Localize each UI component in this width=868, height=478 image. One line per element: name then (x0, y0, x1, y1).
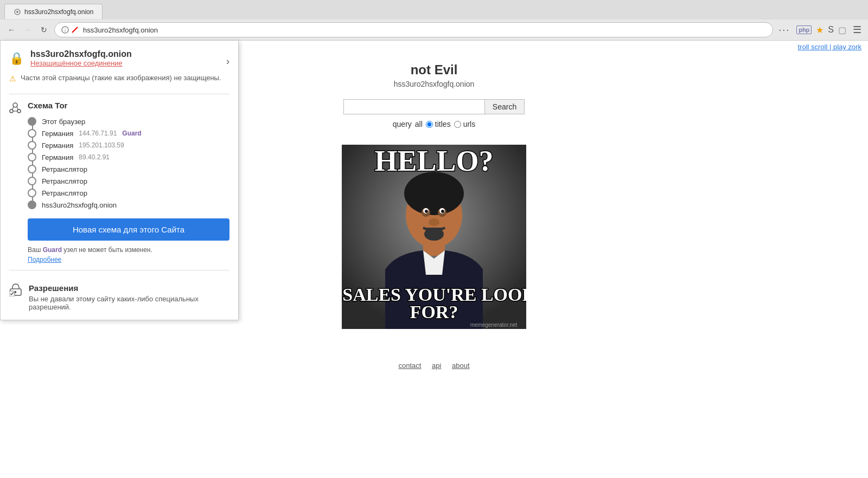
chain-dot (28, 177, 36, 185)
svg-text:HELLO?: HELLO? (374, 145, 493, 177)
back-button[interactable]: ← (4, 23, 18, 37)
svg-point-5 (13, 103, 17, 107)
node-label: Германия (42, 153, 73, 162)
permissions-content: Разрешения Вы не давали этому сайту каки… (29, 283, 229, 311)
svg-text:i: i (65, 28, 66, 33)
site-title: not Evil (411, 62, 458, 77)
svg-point-20 (404, 172, 464, 215)
chain-dot (28, 201, 36, 209)
urls-option[interactable]: urls (454, 120, 476, 128)
node-label: Этот браузер (42, 118, 85, 126)
more-info-link[interactable]: Подробнее (28, 256, 229, 263)
all-label: all (415, 120, 423, 128)
tor-node-5: Ретранслятор (28, 175, 229, 187)
permissions-title: Разрешения (29, 283, 229, 293)
svg-text:memegenerator.net: memegenerator.net (470, 322, 518, 328)
browser-chrome: hss3uro2hsxfogfq.onion ← → ↻ i hss3uro2h… (0, 0, 868, 41)
chain-dot (28, 189, 36, 197)
address-bar-row: ← → ↻ i hss3uro2hsxfogfq.onion ··· php ★… (0, 20, 868, 40)
tor-node-3: Германия 89.40.2.91 (28, 151, 229, 163)
address-bar[interactable]: i hss3uro2hsxfogfq.onion (54, 22, 773, 37)
tab-favicon (14, 8, 21, 16)
profile-icon[interactable]: ▢ (838, 25, 846, 35)
tor-title: Схема Tor (28, 101, 229, 110)
titles-radio[interactable] (426, 121, 433, 128)
search-form: Search (343, 99, 525, 114)
node-label: Германия (42, 141, 73, 150)
tor-node-6: Ретранслятор (28, 187, 229, 199)
tab-title: hss3uro2hsxfogfq.onion (24, 8, 93, 16)
tor-content: Схема Tor Этот браузер Германия 144.76.7… (28, 101, 229, 263)
new-circuit-button[interactable]: Новая схема для этого Сайта (28, 218, 229, 241)
warning-text: Части этой страницы (такие как изображен… (21, 74, 221, 82)
popup-arrow[interactable]: › (226, 56, 229, 67)
search-options: query all titles urls (393, 120, 475, 128)
top-right-links: troll scroll | play zork (791, 41, 868, 53)
svg-point-27 (429, 218, 439, 226)
site-header: 🔒 hss3uro2hsxfogfq.onion Незащищённое со… (9, 49, 229, 67)
chain-dot (28, 141, 36, 150)
api-link[interactable]: api (432, 361, 441, 370)
popup-panel: 🔒 hss3uro2hsxfogfq.onion Незащищённое со… (0, 41, 239, 320)
chain-dot (28, 129, 36, 138)
node-ip: 89.40.2.91 (79, 153, 110, 161)
tor-node-0: Этот браузер (28, 115, 229, 127)
svg-line-9 (17, 107, 18, 110)
menu-button[interactable]: ☰ (851, 23, 864, 37)
titles-option[interactable]: titles (426, 120, 451, 128)
tor-node-2: Германия 195.201.103.59 (28, 139, 229, 151)
divider-1 (9, 94, 229, 94)
sync-icon[interactable]: S (828, 25, 834, 35)
node-label: Германия (42, 130, 73, 138)
contact-link[interactable]: contact (398, 361, 421, 370)
tab-bar: hss3uro2hsxfogfq.onion (0, 0, 868, 20)
forward-button[interactable]: → (21, 23, 35, 37)
svg-line-4 (72, 27, 78, 33)
active-tab[interactable]: hss3uro2hsxfogfq.onion (4, 4, 103, 19)
top-links-text[interactable]: troll scroll | play zork (797, 43, 861, 51)
more-button[interactable]: ··· (776, 23, 792, 37)
info-icon: i (61, 26, 69, 34)
svg-point-26 (441, 210, 444, 213)
permissions-icon (9, 283, 22, 311)
svg-line-8 (12, 107, 14, 110)
node-ip: 144.76.71.91 (79, 130, 117, 137)
page-wrapper: troll scroll | play zork 🔒 hss3uro2hsxfo… (0, 41, 868, 478)
nav-buttons: ← → ↻ (4, 23, 51, 37)
meme-svg: HELLO? IS IT SALES YOU'RE LOOKING FOR? m… (342, 145, 526, 329)
node-label: hss3uro2hsxfogfq.onion (42, 201, 117, 209)
address-text: hss3uro2hsxfogfq.onion (83, 26, 766, 34)
node-label: Ретранслятор (42, 189, 87, 197)
refresh-button[interactable]: ↻ (37, 23, 51, 37)
warning-icon: ⚠ (9, 74, 16, 83)
urls-radio[interactable] (454, 121, 461, 128)
divider-2 (9, 270, 229, 270)
site-info: hss3uro2hsxfogfq.onion Незащищённое соед… (30, 49, 132, 67)
tor-chain: Этот браузер Германия 144.76.71.91 Guard… (28, 115, 229, 211)
guard-note: Ваш Guard узел не может быть изменен. (28, 246, 229, 254)
popup-site-name: hss3uro2hsxfogfq.onion (30, 49, 132, 59)
guard-word: Guard (43, 246, 62, 254)
site-info-section: 🔒 hss3uro2hsxfogfq.onion Незащищённое со… (9, 49, 229, 85)
insecure-link[interactable]: Незащищённое соединение (30, 59, 132, 67)
svg-text:FOR?: FOR? (410, 302, 458, 322)
chain-dot (28, 153, 36, 162)
php-tag: php (796, 25, 812, 34)
tor-node-4: Ретранслятор (28, 163, 229, 175)
about-link[interactable]: about (452, 361, 470, 370)
search-button[interactable]: Search (484, 99, 525, 114)
chain-dot (28, 117, 36, 126)
site-domain: hss3uro2hsxfogfq.onion (394, 80, 475, 88)
urls-label: urls (463, 120, 476, 128)
toolbar-right: ··· php ★ S ▢ ☰ (776, 23, 864, 37)
search-input[interactable] (343, 99, 484, 114)
svg-point-25 (425, 210, 428, 213)
security-icons: i (61, 26, 79, 34)
footer-links: contact api about (394, 361, 474, 370)
bookmark-icon[interactable]: ★ (816, 25, 824, 35)
svg-point-6 (10, 109, 13, 113)
slash-icon (71, 26, 79, 34)
node-label: Ретранслятор (42, 177, 87, 185)
svg-point-7 (17, 109, 21, 113)
node-label: Ретранслятор (42, 165, 87, 173)
